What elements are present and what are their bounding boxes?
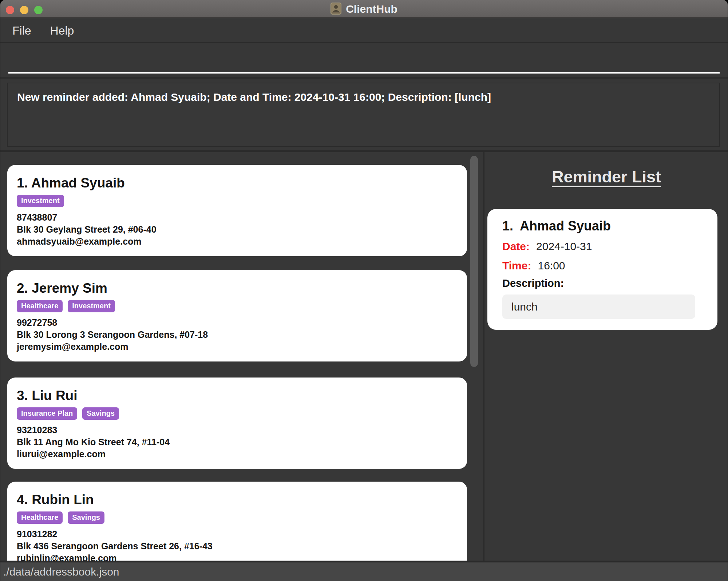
- tag-row: Healthcare Savings: [17, 511, 456, 524]
- reminder-index: 1.: [502, 218, 513, 233]
- contact-name: 3. Liu Rui: [17, 388, 456, 404]
- contact-phone: 91031282: [17, 528, 456, 540]
- contact-phone: 93210283: [17, 424, 456, 436]
- entry-divider: [0, 77, 728, 79]
- command-input[interactable]: [8, 47, 720, 74]
- time-label: Time:: [502, 260, 531, 272]
- reminder-panel: Reminder List 1.Ahmad Syuaib Date:2024-1…: [484, 152, 728, 561]
- reminder-time-row: Time:16:00: [502, 259, 703, 272]
- contact-name: 4. Rubin Lin: [17, 492, 456, 508]
- tag-badge: Savings: [82, 407, 119, 420]
- main-area: 1. Ahmad Syuaib Investment 87438807 Blk …: [0, 152, 728, 561]
- status-bar: ./data/addressbook.json: [0, 561, 728, 581]
- tag-row: Insurance Plan Savings: [17, 407, 456, 420]
- contact-address: Blk 30 Geylang Street 29, #06-40: [17, 224, 456, 236]
- tag-row: Investment: [17, 195, 456, 207]
- contact-email: liurui@example.com: [17, 448, 456, 460]
- tag-badge: Insurance Plan: [17, 407, 77, 420]
- description-box: lunch: [502, 295, 695, 319]
- scrollbar-thumb[interactable]: [470, 156, 478, 367]
- reminder-name: Ahmad Syuaib: [520, 218, 611, 233]
- app-icon: [331, 3, 341, 16]
- menu-bar: File Help: [0, 19, 728, 43]
- contact-card: 4. Rubin Lin Healthcare Savings 91031282…: [7, 482, 467, 561]
- tag-badge: Healthcare: [17, 300, 63, 312]
- reminder-date-row: Date:2024-10-31: [502, 240, 703, 253]
- time-value: 16:00: [538, 260, 565, 272]
- date-value: 2024-10-31: [536, 240, 592, 252]
- description-label: Description:: [502, 277, 703, 289]
- tag-badge: Savings: [68, 511, 104, 524]
- contact-address: Blk 436 Serangoon Gardens Street 26, #16…: [17, 540, 456, 552]
- output-message: New reminder added: Ahmad Syuaib; Date a…: [17, 90, 710, 104]
- tag-badge: Investment: [17, 195, 64, 207]
- contact-card: 2. Jeremy Sim Healthcare Investment 9927…: [7, 270, 467, 361]
- reminder-card: 1.Ahmad Syuaib Date:2024-10-31 Time:16:0…: [487, 209, 717, 330]
- reminder-heading: 1.Ahmad Syuaib: [502, 218, 703, 234]
- contact-phone: 99272758: [17, 317, 456, 329]
- contact-address: Blk 11 Ang Mo Kio Street 74, #11-04: [17, 436, 456, 448]
- tag-row: Healthcare Investment: [17, 300, 456, 312]
- contact-address: Blk 30 Lorong 3 Serangoon Gardens, #07-1…: [17, 329, 456, 341]
- title-wrap: ClientHub: [0, 0, 728, 18]
- date-label: Date:: [502, 240, 530, 252]
- app-window: ClientHub File Help New reminder added: …: [0, 0, 728, 581]
- contact-name: 1. Ahmad Syuaib: [17, 175, 456, 191]
- contact-phone: 87438807: [17, 212, 456, 224]
- contact-details: 93210283 Blk 11 Ang Mo Kio Street 74, #1…: [17, 424, 456, 460]
- contact-email: ahmadsyuaib@example.com: [17, 236, 456, 248]
- tag-badge: Investment: [68, 300, 115, 312]
- contact-email: rubinlin@example.com: [17, 552, 456, 561]
- contact-details: 87438807 Blk 30 Geylang Street 29, #06-4…: [17, 212, 456, 248]
- contact-card: 3. Liu Rui Insurance Plan Savings 932102…: [7, 378, 467, 469]
- window-title: ClientHub: [346, 3, 397, 15]
- reminder-list-title: Reminder List: [484, 167, 728, 186]
- contact-list[interactable]: 1. Ahmad Syuaib Investment 87438807 Blk …: [0, 152, 483, 561]
- contact-details: 99272758 Blk 30 Lorong 3 Serangoon Garde…: [17, 317, 456, 353]
- status-path: ./data/addressbook.json: [3, 566, 119, 578]
- menu-help[interactable]: Help: [45, 24, 79, 37]
- contact-card: 1. Ahmad Syuaib Investment 87438807 Blk …: [7, 165, 467, 256]
- tag-badge: Healthcare: [17, 511, 63, 524]
- contact-name: 2. Jeremy Sim: [17, 280, 456, 296]
- menu-file[interactable]: File: [7, 24, 36, 37]
- title-bar: ClientHub: [0, 0, 728, 18]
- contact-details: 91031282 Blk 436 Serangoon Gardens Stree…: [17, 528, 456, 561]
- output-box: New reminder added: Ahmad Syuaib; Date a…: [7, 83, 720, 147]
- description-value: lunch: [511, 301, 538, 313]
- contact-email: jeremysim@example.com: [17, 341, 456, 353]
